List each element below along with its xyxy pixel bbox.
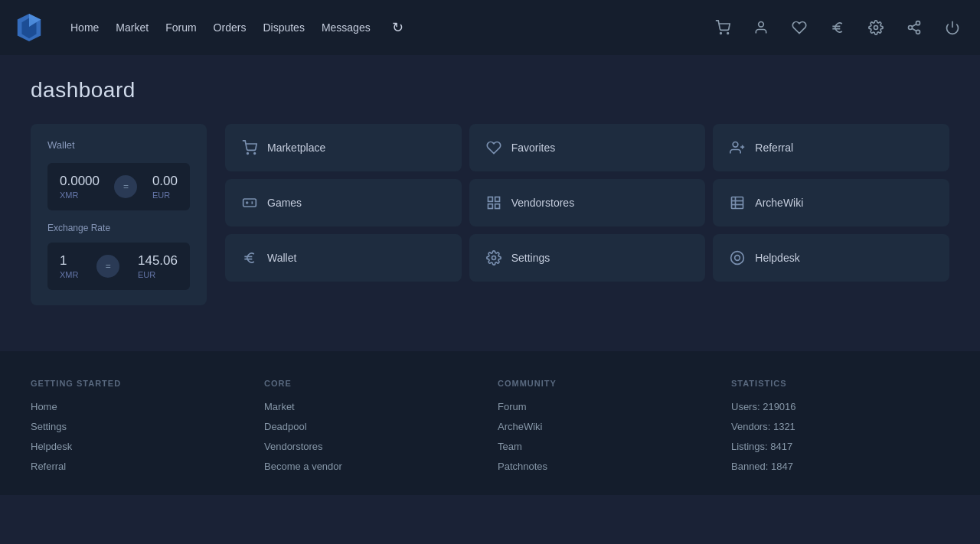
footer-community-title: COMMUNITY bbox=[498, 379, 716, 388]
svg-rect-22 bbox=[495, 204, 499, 209]
settings-label: Settings bbox=[511, 252, 550, 264]
footer-statistics-title: STATISTICS bbox=[731, 379, 949, 388]
footer-link-archewiki[interactable]: ArcheWiki bbox=[498, 421, 543, 432]
footer-link-helpdesk[interactable]: Helpdesk bbox=[31, 441, 72, 452]
marketplace-label: Marketplace bbox=[267, 142, 325, 154]
footer-link-referral[interactable]: Referral bbox=[31, 461, 66, 472]
stat-banned: Banned: 1847 bbox=[731, 461, 793, 472]
svg-rect-20 bbox=[495, 197, 499, 202]
nav-links: Home Market Forum Orders Disputes Messag… bbox=[70, 21, 371, 34]
svg-point-8 bbox=[909, 26, 913, 30]
footer-link-settings[interactable]: Settings bbox=[31, 421, 67, 432]
footer-community: COMMUNITY Forum ArcheWiki Team Patchnote… bbox=[498, 379, 716, 472]
svg-point-5 bbox=[759, 22, 764, 28]
footer-getting-started-title: GETTING STARTED bbox=[31, 379, 249, 388]
favorites-button[interactable]: Favorites bbox=[469, 124, 706, 171]
games-icon bbox=[241, 195, 258, 210]
stat-listings: Listings: 8417 bbox=[731, 441, 792, 452]
wallet-button[interactable]: Wallet bbox=[225, 234, 462, 282]
footer-getting-started-links: Home Settings Helpdesk Referral bbox=[31, 400, 249, 472]
exchange-xmr-value: 1 bbox=[60, 253, 78, 269]
svg-rect-23 bbox=[732, 197, 743, 209]
footer-getting-started: GETTING STARTED Home Settings Helpdesk R… bbox=[31, 379, 249, 472]
power-icon[interactable] bbox=[940, 15, 965, 40]
svg-point-13 bbox=[247, 153, 249, 155]
svg-point-28 bbox=[731, 252, 744, 265]
dashboard-layout: Wallet 0.0000 XMR = 0.00 EUR Exchange Ra… bbox=[31, 124, 949, 305]
settings-btn-icon bbox=[485, 250, 502, 265]
vendorstores-icon bbox=[485, 195, 502, 210]
exchange-rate-label: Exchange Rate bbox=[47, 223, 190, 233]
games-button[interactable]: Games bbox=[225, 179, 462, 226]
helpdesk-icon bbox=[729, 250, 746, 265]
exchange-equals: = bbox=[96, 255, 119, 278]
svg-point-27 bbox=[492, 256, 495, 260]
nav-disputes[interactable]: Disputes bbox=[263, 21, 304, 34]
footer-link-patchnotes[interactable]: Patchnotes bbox=[498, 461, 547, 472]
svg-line-10 bbox=[912, 28, 916, 31]
settings-button[interactable]: Settings bbox=[469, 234, 706, 282]
footer-link-home[interactable]: Home bbox=[31, 401, 57, 412]
referral-button[interactable]: Referral bbox=[713, 124, 949, 171]
exchange-xmr-group: 1 XMR bbox=[60, 253, 78, 279]
archewiki-icon bbox=[729, 195, 746, 210]
balance-row: 0.0000 XMR = 0.00 EUR bbox=[47, 163, 190, 210]
svg-point-7 bbox=[916, 21, 920, 25]
games-label: Games bbox=[267, 197, 302, 209]
footer-core-links: Market Deadpool Vendorstores Become a ve… bbox=[264, 400, 482, 472]
nav-home[interactable]: Home bbox=[70, 21, 99, 34]
footer-core-title: CORE bbox=[264, 379, 482, 388]
vendorstores-button[interactable]: Vendorstores bbox=[469, 179, 706, 226]
svg-rect-19 bbox=[488, 197, 492, 202]
svg-point-15 bbox=[733, 142, 738, 148]
svg-point-29 bbox=[735, 256, 740, 261]
footer-statistics-items: Users: 219016 Vendors: 1321 Listings: 84… bbox=[731, 400, 949, 472]
nav-forum[interactable]: Forum bbox=[165, 21, 196, 34]
favorites-label: Favorites bbox=[511, 142, 556, 154]
marketplace-button[interactable]: Marketplace bbox=[225, 124, 462, 171]
svg-line-11 bbox=[912, 24, 916, 26]
favorites-icon bbox=[485, 140, 502, 155]
equals-button[interactable]: = bbox=[114, 175, 137, 198]
svg-rect-21 bbox=[488, 204, 492, 209]
nav-messages[interactable]: Messages bbox=[322, 21, 371, 34]
stat-vendors: Vendors: 1321 bbox=[731, 421, 795, 432]
refresh-icon[interactable]: ↻ bbox=[392, 19, 403, 36]
footer-link-forum[interactable]: Forum bbox=[498, 401, 527, 412]
footer-link-vendorstores[interactable]: Vendorstores bbox=[264, 441, 323, 452]
nav-orders[interactable]: Orders bbox=[214, 21, 247, 34]
footer-statistics: STATISTICS Users: 219016 Vendors: 1321 L… bbox=[731, 379, 949, 472]
footer-link-market[interactable]: Market bbox=[264, 401, 295, 412]
heart-icon[interactable] bbox=[787, 15, 812, 40]
footer-link-become-vendor[interactable]: Become a vendor bbox=[264, 461, 342, 472]
grid-buttons: Marketplace Favorites bbox=[225, 124, 949, 282]
settings-icon[interactable] bbox=[864, 15, 888, 40]
footer-core: CORE Market Deadpool Vendorstores Become… bbox=[264, 379, 482, 472]
helpdesk-button[interactable]: Helpdesk bbox=[713, 234, 949, 282]
footer-link-deadpool[interactable]: Deadpool bbox=[264, 421, 307, 432]
balance-eur-currency: EUR bbox=[152, 191, 178, 200]
profile-icon[interactable] bbox=[749, 15, 773, 40]
navbar-left: Home Market Forum Orders Disputes Messag… bbox=[15, 12, 403, 43]
balance-xmr-value: 0.0000 bbox=[60, 174, 100, 189]
exchange-eur-group: 145.06 EUR bbox=[138, 253, 178, 279]
footer-link-team[interactable]: Team bbox=[498, 441, 522, 452]
balance-xmr-group: 0.0000 XMR bbox=[60, 174, 100, 200]
euro-icon[interactable] bbox=[825, 15, 850, 40]
nav-market[interactable]: Market bbox=[116, 21, 149, 34]
wallet-label: Wallet bbox=[47, 139, 190, 151]
exchange-eur-value: 145.06 bbox=[138, 253, 178, 269]
balance-xmr-currency: XMR bbox=[60, 191, 100, 200]
logo[interactable] bbox=[15, 12, 43, 43]
wallet-card: Wallet 0.0000 XMR = 0.00 EUR Exchange Ra… bbox=[31, 124, 207, 305]
archewiki-button[interactable]: ArcheWiki bbox=[713, 179, 949, 226]
cart-icon[interactable] bbox=[710, 15, 735, 40]
exchange-xmr-currency: XMR bbox=[60, 270, 78, 279]
svg-point-14 bbox=[254, 153, 256, 155]
page-title: dashboard bbox=[31, 78, 949, 103]
affiliates-icon[interactable] bbox=[902, 15, 926, 40]
balance-eur-group: 0.00 EUR bbox=[152, 174, 178, 200]
svg-point-4 bbox=[727, 33, 729, 34]
referral-label: Referral bbox=[755, 142, 793, 154]
exchange-row: 1 XMR = 145.06 EUR bbox=[47, 243, 190, 290]
